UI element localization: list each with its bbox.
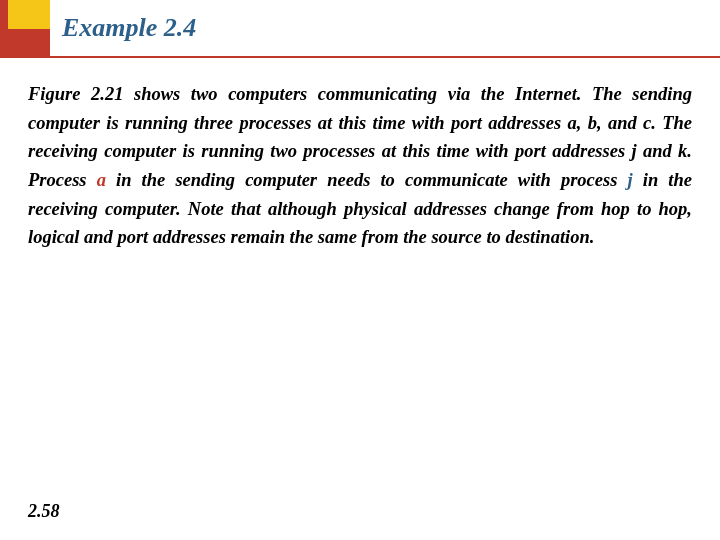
square-top xyxy=(8,0,50,29)
square-bottom xyxy=(8,29,50,58)
main-paragraph: Figure 2.21 shows two computers communic… xyxy=(28,80,692,252)
highlight-a: a xyxy=(97,170,106,190)
header: Example 2.4 xyxy=(0,0,720,58)
page: Example 2.4 Figure 2.21 shows two comput… xyxy=(0,0,720,540)
page-title: Example 2.4 xyxy=(62,13,196,43)
paragraph-text-2: in the sending computer needs to communi… xyxy=(106,170,628,190)
page-number: 2.58 xyxy=(28,501,60,521)
header-title-container: Example 2.4 xyxy=(50,0,720,58)
footer-label: 2.58 xyxy=(28,501,60,522)
main-content: Figure 2.21 shows two computers communic… xyxy=(0,58,720,272)
header-squares xyxy=(8,0,50,58)
header-accent-bar xyxy=(0,0,8,58)
